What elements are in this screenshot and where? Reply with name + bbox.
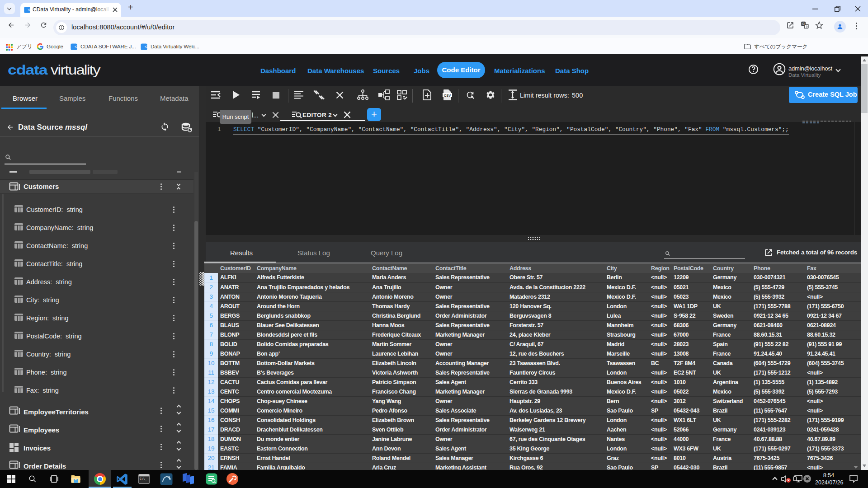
svg-text:C:\_: C:\_: [140, 478, 147, 481]
svg-text:CSV: CSV: [444, 94, 451, 98]
